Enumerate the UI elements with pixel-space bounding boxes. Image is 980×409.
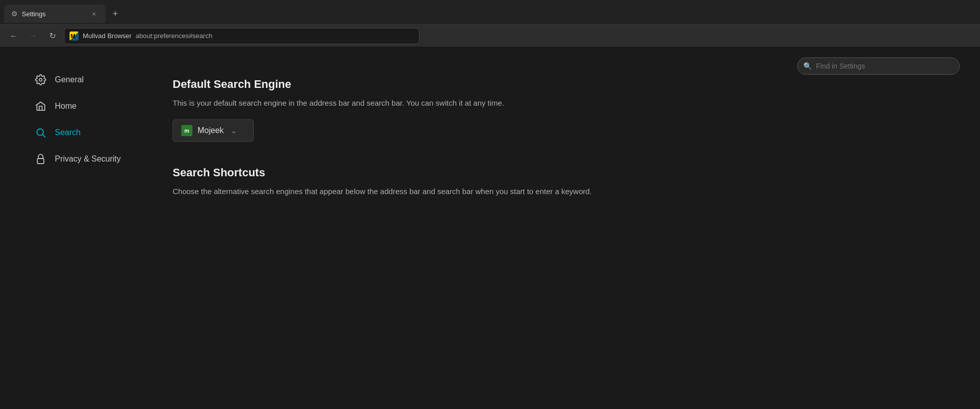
browser-chrome: ⚙ Settings × + ← → ↻ M Mullvad Browser a… xyxy=(0,0,980,47)
sidebar-item-privacy-security[interactable]: Privacy & Security xyxy=(30,147,132,171)
active-tab[interactable]: ⚙ Settings × xyxy=(4,5,106,23)
find-search-icon: 🔍 xyxy=(803,62,812,70)
tab-favicon: ⚙ xyxy=(11,10,18,18)
sidebar-item-search[interactable]: Search xyxy=(30,120,132,145)
default-engine-section: Default Search Engine This is your defau… xyxy=(173,78,711,142)
default-engine-title: Default Search Engine xyxy=(173,78,711,91)
settings-page: 🔍 General Home xyxy=(0,47,980,409)
sidebar-item-general[interactable]: General xyxy=(30,68,132,92)
find-in-settings-input[interactable] xyxy=(797,57,960,75)
mojeek-icon: m xyxy=(181,125,192,136)
search-icon xyxy=(35,127,47,139)
svg-rect-3 xyxy=(38,159,44,164)
home-icon xyxy=(35,100,47,112)
svg-point-1 xyxy=(37,129,44,136)
tab-close-button[interactable]: × xyxy=(89,9,99,18)
chevron-down-icon: ⌄ xyxy=(231,127,237,135)
default-engine-description: This is your default search engine in th… xyxy=(173,97,630,109)
sidebar-label-privacy: Privacy & Security xyxy=(55,154,121,164)
svg-line-2 xyxy=(43,135,45,137)
back-button[interactable]: ← xyxy=(6,28,21,44)
search-shortcuts-section: Search Shortcuts Choose the alternative … xyxy=(173,166,711,198)
sidebar-item-home[interactable]: Home xyxy=(30,94,132,118)
new-tab-button[interactable]: + xyxy=(108,6,123,21)
sidebar-label-general: General xyxy=(55,75,84,84)
site-name: Mullvad Browser xyxy=(83,32,132,40)
engine-selector-button[interactable]: m Mojeek ⌄ xyxy=(173,119,254,142)
engine-name: Mojeek xyxy=(198,126,224,135)
general-icon xyxy=(35,74,47,86)
reload-button[interactable]: ↻ xyxy=(45,28,60,44)
shortcuts-description: Choose the alternative search engines th… xyxy=(173,185,630,198)
privacy-icon xyxy=(35,153,47,165)
sidebar-label-search: Search xyxy=(55,128,81,137)
sidebar-label-home: Home xyxy=(55,102,77,111)
find-in-settings-container: 🔍 xyxy=(797,57,960,75)
tab-title: Settings xyxy=(22,10,85,18)
settings-sidebar: General Home Search xyxy=(0,47,142,409)
address-bar[interactable]: M Mullvad Browser about:preferences#sear… xyxy=(64,28,419,44)
forward-button[interactable]: → xyxy=(25,28,41,44)
mullvad-favicon: M xyxy=(70,32,79,41)
navigation-bar: ← → ↻ M Mullvad Browser about:preference… xyxy=(0,24,980,47)
find-input-wrapper: 🔍 xyxy=(797,57,960,75)
main-content: Default Search Engine This is your defau… xyxy=(142,47,752,409)
svg-point-0 xyxy=(39,78,42,81)
tab-bar: ⚙ Settings × + xyxy=(0,0,980,24)
address-url: about:preferences#search xyxy=(136,32,212,40)
shortcuts-title: Search Shortcuts xyxy=(173,166,711,179)
